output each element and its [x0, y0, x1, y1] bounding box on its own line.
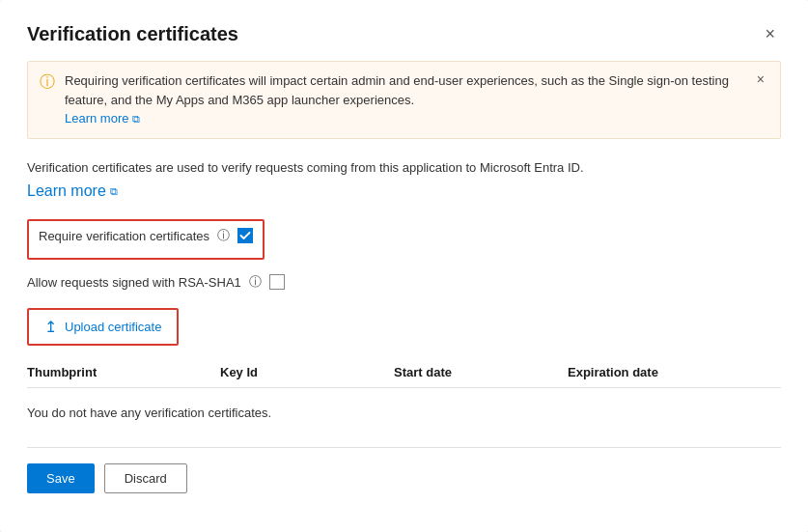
- rsa-sha1-row: Allow requests signed with RSA-SHA1 ⓘ: [27, 273, 781, 291]
- table-header: Thumbprint Key Id Start date Expiration …: [27, 365, 781, 388]
- warning-icon: ⓘ: [40, 72, 55, 93]
- footer-divider: [27, 447, 781, 448]
- upload-certificate-label: Upload certificate: [65, 320, 161, 334]
- description-external-icon: ⧉: [110, 185, 118, 198]
- verification-certificates-dialog: Verification certificates × ⓘ Requiring …: [0, 0, 808, 532]
- require-cert-checkbox[interactable]: [237, 228, 253, 243]
- close-button[interactable]: ×: [759, 23, 781, 44]
- col-expiration-date: Expiration date: [568, 365, 741, 379]
- warning-learn-more-link[interactable]: Learn more: [65, 111, 128, 126]
- require-cert-row: Require verification certificates ⓘ: [39, 227, 253, 244]
- require-cert-label: Require verification certificates: [39, 229, 209, 243]
- col-thumbprint: Thumbprint: [27, 365, 220, 379]
- dialog-header: Verification certificates ×: [27, 23, 781, 45]
- require-cert-section: Require verification certificates ⓘ: [27, 219, 265, 260]
- rsa-sha1-info-icon[interactable]: ⓘ: [249, 273, 262, 291]
- upload-certificate-section[interactable]: ↥ Upload certificate: [27, 308, 179, 346]
- rsa-sha1-checkbox[interactable]: [269, 274, 285, 290]
- save-button[interactable]: Save: [27, 463, 95, 493]
- warning-banner: ⓘ Requiring verification certificates wi…: [27, 61, 781, 139]
- description-link-container: Learn more ⧉: [27, 182, 781, 200]
- description-text: Verification certificates are used to ve…: [27, 158, 781, 178]
- external-link-icon: ⧉: [132, 113, 140, 125]
- warning-text: Requiring verification certificates will…: [65, 71, 743, 128]
- banner-close-button[interactable]: ×: [753, 71, 768, 87]
- rsa-sha1-label: Allow requests signed with RSA-SHA1: [27, 275, 241, 290]
- table-empty-message: You do not have any verification certifi…: [27, 394, 781, 432]
- dialog-title: Verification certificates: [27, 23, 238, 45]
- upload-icon: ↥: [44, 318, 57, 336]
- col-key-id: Key Id: [220, 365, 394, 379]
- description-learn-more-link[interactable]: Learn more: [27, 182, 106, 200]
- certificate-table: Thumbprint Key Id Start date Expiration …: [27, 365, 781, 432]
- col-start-date: Start date: [394, 365, 568, 379]
- footer-buttons: Save Discard: [27, 463, 781, 493]
- require-cert-info-icon[interactable]: ⓘ: [217, 227, 230, 244]
- discard-button[interactable]: Discard: [104, 463, 187, 493]
